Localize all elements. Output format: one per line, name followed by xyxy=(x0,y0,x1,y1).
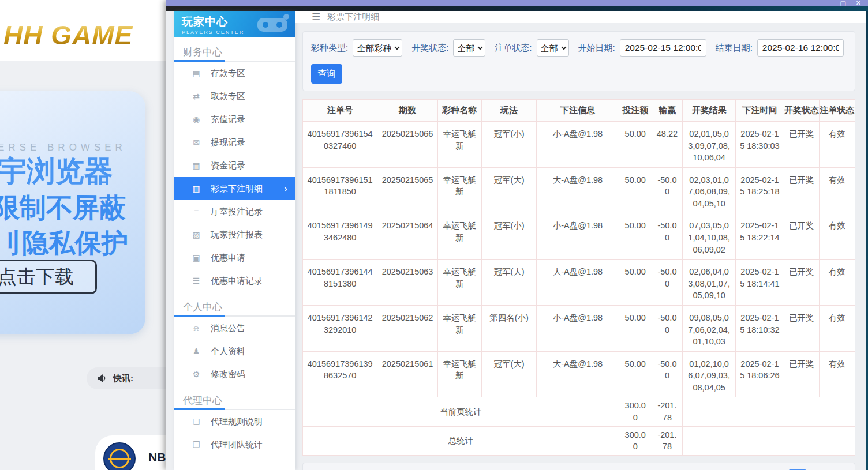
column-header: 开奖结果 xyxy=(683,100,736,122)
cell-play-type: 冠军(小) xyxy=(481,213,536,260)
promo-icon: ▣ xyxy=(191,253,201,262)
cell-order-status: 有效 xyxy=(819,305,855,351)
sidebar-item-label: 彩票下注明细 xyxy=(211,183,263,194)
cell-draw-result: 07,03,05,01,04,10,08,06,09,02 xyxy=(683,213,736,260)
summary-row: 当前页统计300.00-201.78 xyxy=(303,397,855,426)
wallet-icon: ✉ xyxy=(191,138,201,147)
cell-bet-amount: 50.00 xyxy=(619,167,652,213)
draw-status-label: 开奖状态: xyxy=(411,43,448,54)
section-divider xyxy=(174,409,295,410)
lottery-type-select[interactable]: 全部彩种 xyxy=(353,39,402,57)
stats-book-icon: ❒ xyxy=(191,440,201,449)
cell-period: 20250215066 xyxy=(377,122,437,168)
sidebar-item-promo-apply-records[interactable]: ☰优惠申请记录 xyxy=(174,269,295,292)
end-date-input[interactable] xyxy=(757,39,844,57)
summary-label: 当前页统计 xyxy=(303,397,619,426)
content: 彩种类型: 全部彩种 开奖状态: 全部 注单状态: 全部 xyxy=(295,23,866,470)
cell-period: 20250215063 xyxy=(377,260,437,306)
order-status-select[interactable]: 全部 xyxy=(537,39,569,57)
sidebar-item-deposit-zone[interactable]: ▤存款专区 xyxy=(174,62,295,85)
cell-bet-info: 小-A盘@1.98 xyxy=(537,305,619,351)
window-edge xyxy=(166,6,868,11)
sidebar-item-withdraw-zone[interactable]: ⇄取款专区 xyxy=(174,85,295,108)
sidebar-item-agent-rules[interactable]: ❏代理规则说明 xyxy=(174,410,295,433)
section-divider xyxy=(174,315,295,317)
cell-order-no: 401569173961448151380 xyxy=(303,260,377,306)
chevron-right-icon: › xyxy=(284,183,287,195)
sidebar-item-label: 修改密码 xyxy=(211,369,245,380)
window-titlebar: ▢ ✕ xyxy=(166,0,868,6)
cell-order-no: 401569173961511811850 xyxy=(303,167,377,213)
cell-draw-status: 已开奖 xyxy=(784,213,819,260)
browser-ad-banner: ERSE BROWSER 宇浏览器 限制不屏蔽 刂隐私保护 点击下载 xyxy=(0,91,145,334)
sidebar-item-profile[interactable]: ♟个人资料 xyxy=(174,340,295,363)
table-header-row: 注单号期数彩种名称玩法下注信息投注额输赢开奖结果下注时间开奖状态注单状态 xyxy=(303,100,855,122)
main-area: ☰ 彩票下注明细 彩种类型: 全部彩种 开奖状态: 全部 xyxy=(295,11,866,470)
table-row: 40156917396149346248020250215064幸运飞艇新冠军(… xyxy=(303,213,855,260)
cell-order-no: 401569173961540327460 xyxy=(303,122,377,168)
cell-lottery-name: 幸运飞艇新 xyxy=(437,305,481,351)
table-row: 40156917396154032746020250215066幸运飞艇新冠军(… xyxy=(303,122,855,168)
menu-toggle-icon[interactable]: ☰ xyxy=(312,11,320,23)
cell-order-status: 有效 xyxy=(819,167,855,213)
sidebar-item-label: 提现记录 xyxy=(211,137,245,148)
gamepad-icon xyxy=(254,13,291,37)
cell-lottery-name: 幸运飞艇新 xyxy=(437,122,481,168)
sidebar-item-hall-bet-records[interactable]: ≡厅室投注记录 xyxy=(174,200,295,223)
cell-draw-result: 01,02,10,06,07,09,03,08,04,05 xyxy=(683,351,736,397)
cell-bet-info: 大-A盘@1.98 xyxy=(537,260,619,306)
start-date-input[interactable] xyxy=(620,39,706,57)
summary-bet-total: 300.00 xyxy=(619,397,652,426)
column-header: 输赢 xyxy=(652,100,682,122)
draw-status-select[interactable]: 全部 xyxy=(453,39,485,57)
cell-draw-status: 已开奖 xyxy=(784,167,819,213)
summary-winloss-total: -201.78 xyxy=(652,397,682,426)
cell-bet-time: 2025-02-15 18:30:03 xyxy=(736,122,784,168)
cell-draw-status: 已开奖 xyxy=(784,305,819,351)
cell-period: 20250215062 xyxy=(377,305,437,351)
query-button[interactable]: 查询 xyxy=(311,64,342,84)
sidebar-item-recharge-records[interactable]: ◉充值记录 xyxy=(174,108,295,131)
sidebar-item-funds-records[interactable]: ▦资金记录 xyxy=(174,154,295,177)
cell-order-status: 有效 xyxy=(819,260,855,306)
cell-lottery-name: 幸运飞艇新 xyxy=(437,213,481,260)
start-date-label: 开始日期: xyxy=(578,43,615,54)
order-status-label: 注单状态: xyxy=(495,43,532,54)
money-bag-icon: ◉ xyxy=(191,115,201,124)
sidebar-item-label: 存款专区 xyxy=(211,68,245,79)
summary-label: 总统计 xyxy=(303,426,619,455)
bell-icon: ⍾ xyxy=(191,324,201,333)
cell-draw-result: 02,01,05,03,09,07,08,10,06,04 xyxy=(683,122,736,168)
sidebar-item-promo-apply[interactable]: ▣优惠申请 xyxy=(174,246,295,269)
site-logo: HH GAME xyxy=(3,20,133,51)
sidebar-item-lottery-bet-details[interactable]: ▥彩票下注明细› xyxy=(174,177,295,200)
sidebar-item-player-bet-report[interactable]: ▨玩家投注报表 xyxy=(174,223,295,246)
cell-period: 20250215061 xyxy=(377,351,437,397)
cell-bet-amount: 50.00 xyxy=(619,213,652,260)
cell-play-type: 第四名(小) xyxy=(481,305,536,351)
screen: HH GAME ERSE BROWSER 宇浏览器 限制不屏蔽 刂隐私保护 点击… xyxy=(0,0,868,470)
sidebar: 玩家中心 PLAYERS CENTER 财务中心▤存款专区⇄取款专区◉充值记录✉… xyxy=(174,11,295,470)
player-center-window: ▢ ✕ 玩家中心 PLAYERS CENTER xyxy=(166,0,868,470)
lottery-type-label: 彩种类型: xyxy=(311,43,348,54)
sidebar-item-change-password[interactable]: ⚙修改密码 xyxy=(174,363,295,386)
cell-win-loss: -50.00 xyxy=(652,260,682,306)
withdraw-icon: ⇄ xyxy=(191,92,201,101)
sidebar-item-label: 优惠申请 xyxy=(211,253,245,264)
cell-order-status: 有效 xyxy=(819,351,855,397)
hall-bets-icon: ≡ xyxy=(191,207,201,216)
cell-draw-status: 已开奖 xyxy=(784,260,819,306)
funds-icon: ▦ xyxy=(191,161,201,170)
cell-lottery-name: 幸运飞艇新 xyxy=(437,351,481,397)
cell-draw-status: 已开奖 xyxy=(784,351,819,397)
page-title: 彩票下注明细 xyxy=(327,12,379,22)
sidebar-item-label: 资金记录 xyxy=(211,160,245,171)
sidebar-item-label: 代理规则说明 xyxy=(211,416,263,427)
column-header: 期数 xyxy=(377,100,437,122)
sidebar-item-agent-team-stats[interactable]: ❒代理团队统计 xyxy=(174,433,295,456)
download-button[interactable]: 点击下载 xyxy=(0,260,97,294)
column-header: 玩法 xyxy=(481,100,536,122)
column-header: 开奖状态 xyxy=(784,100,819,122)
sidebar-item-messages[interactable]: ⍾消息公告 xyxy=(174,317,295,340)
sidebar-item-withdrawal-records[interactable]: ✉提现记录 xyxy=(174,131,295,154)
